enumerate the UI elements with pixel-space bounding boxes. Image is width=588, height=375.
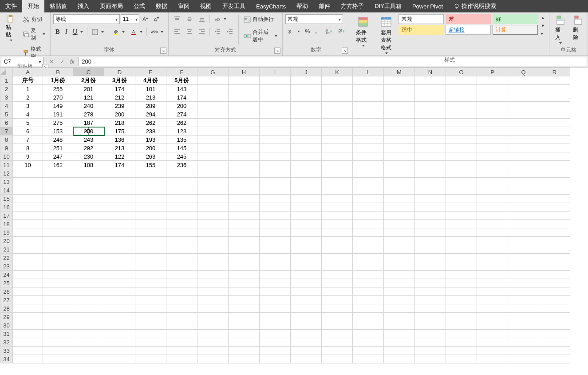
cell-R23[interactable] <box>539 262 570 271</box>
cell-R28[interactable] <box>539 304 570 313</box>
cell-F27[interactable] <box>166 296 197 304</box>
merge-center-button[interactable]: 合并后居中 <box>241 27 280 45</box>
cell-R32[interactable] <box>539 338 570 347</box>
cell-style-差[interactable]: 差 <box>446 14 491 24</box>
cell-B29[interactable] <box>43 313 73 321</box>
cell-B23[interactable] <box>43 262 73 271</box>
cell-H4[interactable] <box>229 102 260 110</box>
cell-Q4[interactable] <box>508 102 539 110</box>
cell-G25[interactable] <box>197 279 229 287</box>
cell-C4[interactable]: 240 <box>73 102 104 110</box>
cell-Q13[interactable] <box>508 178 539 186</box>
align-right-button[interactable] <box>196 27 208 36</box>
row-header-32[interactable]: 32 <box>0 338 13 347</box>
cell-P6[interactable] <box>477 119 508 127</box>
cell-A17[interactable] <box>13 211 43 220</box>
cell-P16[interactable] <box>477 203 508 211</box>
column-header-F[interactable]: F <box>166 68 197 76</box>
cell-E30[interactable] <box>135 321 166 330</box>
cell-H30[interactable] <box>229 321 260 330</box>
cell-M20[interactable] <box>384 237 415 245</box>
align-left-button[interactable] <box>171 27 183 36</box>
cell-H8[interactable] <box>229 136 260 144</box>
cell-I15[interactable] <box>260 195 291 203</box>
cell-G27[interactable] <box>197 296 229 304</box>
cell-O25[interactable] <box>446 279 477 287</box>
cell-D33[interactable] <box>104 347 135 355</box>
cell-B15[interactable] <box>43 195 73 203</box>
cell-A29[interactable] <box>13 313 43 321</box>
wrap-text-button[interactable]: ab 自动换行 <box>241 14 280 24</box>
cell-F26[interactable] <box>166 287 197 296</box>
cell-J19[interactable] <box>291 228 322 237</box>
cell-R14[interactable] <box>539 186 570 195</box>
cell-R26[interactable] <box>539 287 570 296</box>
paste-button[interactable]: 粘贴 <box>3 14 19 43</box>
cell-F30[interactable] <box>166 321 197 330</box>
cell-K1[interactable] <box>322 76 353 85</box>
cell-F25[interactable] <box>166 279 197 287</box>
cell-L4[interactable] <box>353 102 384 110</box>
cell-P32[interactable] <box>477 338 508 347</box>
cell-E3[interactable]: 213 <box>135 93 166 102</box>
cell-N22[interactable] <box>415 254 446 262</box>
cell-A28[interactable] <box>13 304 43 313</box>
cell-K34[interactable] <box>322 355 353 363</box>
cell-R7[interactable] <box>539 127 570 136</box>
cell-Q24[interactable] <box>508 271 539 279</box>
cell-M10[interactable] <box>384 152 415 161</box>
cell-J3[interactable] <box>291 93 322 102</box>
cell-G22[interactable] <box>197 254 229 262</box>
cell-D4[interactable]: 239 <box>104 102 135 110</box>
cell-K11[interactable] <box>322 161 353 169</box>
borders-button[interactable] <box>89 27 106 37</box>
cell-K8[interactable] <box>322 136 353 144</box>
percent-button[interactable]: % <box>303 27 312 36</box>
cell-B34[interactable] <box>43 355 73 363</box>
cell-J5[interactable] <box>291 110 322 119</box>
cell-R5[interactable] <box>539 110 570 119</box>
cell-O31[interactable] <box>446 330 477 338</box>
cell-N18[interactable] <box>415 220 446 228</box>
cell-Q3[interactable] <box>508 93 539 102</box>
cell-I17[interactable] <box>260 211 291 220</box>
cell-O4[interactable] <box>446 102 477 110</box>
cell-B21[interactable] <box>43 245 73 254</box>
cell-E34[interactable] <box>135 355 166 363</box>
cell-C10[interactable]: 230 <box>73 152 104 161</box>
cell-B14[interactable] <box>43 186 73 195</box>
cell-N27[interactable] <box>415 296 446 304</box>
row-header-7[interactable]: 7 <box>0 127 13 136</box>
spreadsheet-grid[interactable]: ABCDEFGHIJKLMNOPQR1序号1月份2月份3月份4月份5月份2125… <box>0 68 588 375</box>
cell-A18[interactable] <box>13 220 43 228</box>
cell-K17[interactable] <box>322 211 353 220</box>
cell-J32[interactable] <box>291 338 322 347</box>
tab-EasyCharts[interactable]: EasyCharts <box>251 0 291 12</box>
cell-D25[interactable] <box>104 279 135 287</box>
row-header-25[interactable]: 25 <box>0 279 13 287</box>
cell-A20[interactable] <box>13 237 43 245</box>
cell-J31[interactable] <box>291 330 322 338</box>
cell-A24[interactable] <box>13 271 43 279</box>
row-header-10[interactable]: 10 <box>0 152 13 161</box>
cell-K3[interactable] <box>322 93 353 102</box>
cell-A11[interactable]: 10 <box>13 161 43 169</box>
cell-F7[interactable]: 123 <box>166 127 197 136</box>
row-header-5[interactable]: 5 <box>0 110 13 119</box>
cell-D21[interactable] <box>104 245 135 254</box>
cell-H34[interactable] <box>229 355 260 363</box>
cell-K9[interactable] <box>322 144 353 152</box>
row-header-27[interactable]: 27 <box>0 296 13 304</box>
cell-Q28[interactable] <box>508 304 539 313</box>
cell-N26[interactable] <box>415 287 446 296</box>
cell-C11[interactable]: 108 <box>73 161 104 169</box>
row-header-18[interactable]: 18 <box>0 220 13 228</box>
column-header-O[interactable]: O <box>446 68 477 76</box>
cell-H7[interactable] <box>229 127 260 136</box>
comma-style-button[interactable]: , <box>313 27 319 36</box>
bold-button[interactable]: B <box>53 27 62 37</box>
cell-I11[interactable] <box>260 161 291 169</box>
cell-Q5[interactable] <box>508 110 539 119</box>
cell-D31[interactable] <box>104 330 135 338</box>
font-size-combo[interactable]: ▾ <box>121 14 139 24</box>
